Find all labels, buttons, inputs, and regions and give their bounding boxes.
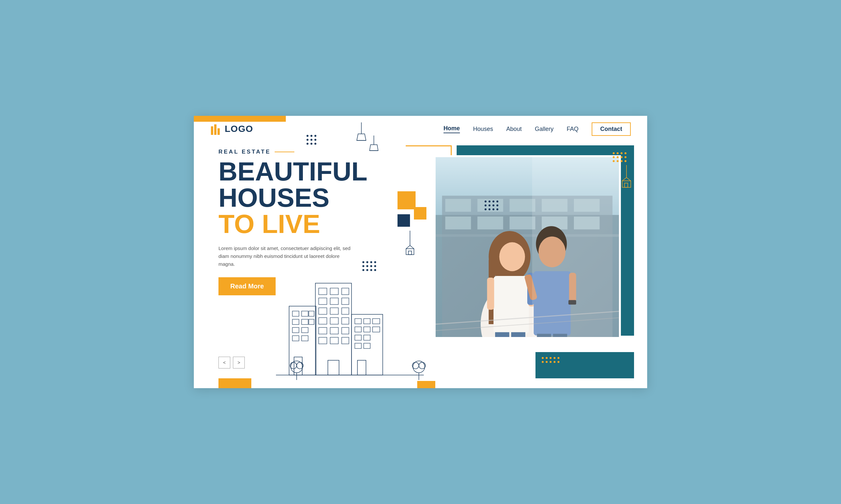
svg-rect-73 xyxy=(510,199,535,212)
svg-rect-87 xyxy=(487,277,494,310)
svg-rect-71 xyxy=(445,199,471,212)
svg-rect-37 xyxy=(302,319,308,325)
svg-rect-49 xyxy=(364,327,370,332)
headline-line-3: TO LIVE xyxy=(219,211,402,237)
svg-rect-45 xyxy=(355,319,361,324)
svg-rect-36 xyxy=(292,319,299,325)
couple-photo-frame xyxy=(434,155,621,339)
svg-rect-13 xyxy=(319,288,327,295)
svg-rect-40 xyxy=(302,327,308,333)
svg-rect-89 xyxy=(495,332,509,337)
svg-rect-33 xyxy=(292,311,299,316)
svg-rect-55 xyxy=(357,360,366,375)
nav-gallery[interactable]: Gallery xyxy=(535,126,553,132)
nav-home[interactable]: Home xyxy=(444,125,460,133)
svg-rect-17 xyxy=(330,298,338,305)
svg-rect-15 xyxy=(342,288,349,295)
svg-rect-20 xyxy=(330,308,338,314)
svg-rect-90 xyxy=(511,332,525,337)
svg-rect-14 xyxy=(330,288,338,295)
nav-houses[interactable]: Houses xyxy=(473,126,493,132)
svg-rect-18 xyxy=(342,298,349,305)
svg-rect-47 xyxy=(373,319,380,324)
svg-rect-52 xyxy=(364,335,370,340)
svg-rect-21 xyxy=(342,308,349,314)
svg-rect-54 xyxy=(364,343,370,348)
svg-rect-16 xyxy=(319,298,327,305)
headline-line-2: HOUSES xyxy=(219,185,402,211)
tree-decoration-right xyxy=(411,360,427,382)
svg-rect-76 xyxy=(445,217,471,229)
nav-faq[interactable]: FAQ xyxy=(567,126,579,132)
svg-rect-28 xyxy=(319,337,327,344)
svg-rect-42 xyxy=(302,336,308,341)
svg-rect-12 xyxy=(315,283,351,375)
svg-rect-48 xyxy=(355,327,361,332)
svg-rect-50 xyxy=(373,327,380,332)
nav-links: Home Houses About Gallery FAQ Contact xyxy=(444,122,631,136)
svg-rect-51 xyxy=(355,335,361,340)
read-more-button[interactable]: Read More xyxy=(219,277,276,295)
photo-section xyxy=(434,145,634,359)
headline-line-1: BEAUTIFUL xyxy=(219,159,402,185)
orange-square-small xyxy=(414,207,426,219)
svg-rect-41 xyxy=(292,336,299,341)
svg-rect-2 xyxy=(218,128,220,135)
svg-rect-100 xyxy=(532,157,619,337)
svg-rect-30 xyxy=(342,337,349,344)
svg-rect-105 xyxy=(624,183,628,187)
svg-rect-10 xyxy=(406,249,414,255)
orange-bottom-bar-left xyxy=(219,378,251,388)
svg-rect-39 xyxy=(292,327,299,333)
svg-rect-44 xyxy=(351,314,383,375)
svg-point-57 xyxy=(291,361,303,373)
dots-bottom-teal xyxy=(535,352,634,368)
nav-about[interactable]: About xyxy=(506,126,522,132)
svg-rect-11 xyxy=(408,251,412,255)
svg-rect-23 xyxy=(330,318,338,324)
svg-rect-38 xyxy=(309,319,314,325)
hero-headline: BEAUTIFUL HOUSES TO LIVE xyxy=(219,159,402,237)
svg-rect-22 xyxy=(319,318,327,324)
house-hang-icon xyxy=(621,165,632,196)
svg-rect-1 xyxy=(214,124,217,135)
svg-rect-24 xyxy=(342,318,349,324)
contact-button[interactable]: Contact xyxy=(591,122,631,136)
svg-rect-34 xyxy=(302,311,308,316)
prev-arrow[interactable]: < xyxy=(219,357,230,368)
hero-subtitle: REAL ESTATE xyxy=(219,149,402,155)
svg-rect-19 xyxy=(319,308,327,314)
svg-rect-78 xyxy=(510,217,535,229)
svg-rect-26 xyxy=(330,327,338,334)
navbar: LOGO Home Houses About Gallery FAQ Conta… xyxy=(194,116,647,142)
svg-rect-27 xyxy=(342,327,349,334)
svg-rect-25 xyxy=(319,327,327,334)
dots-decoration-right xyxy=(484,199,499,211)
logo-text: LOGO xyxy=(225,124,253,134)
svg-rect-77 xyxy=(477,217,503,229)
tree-decoration-left xyxy=(289,360,305,382)
svg-rect-53 xyxy=(355,343,361,348)
lamp-icon-3 xyxy=(404,231,416,265)
teal-bottom-block xyxy=(535,352,634,378)
page-wrapper: LOGO Home Houses About Gallery FAQ Conta… xyxy=(194,116,647,388)
slide-navigation: < > xyxy=(219,357,245,368)
svg-point-85 xyxy=(499,242,525,271)
logo: LOGO xyxy=(210,123,253,135)
svg-rect-29 xyxy=(330,337,338,344)
svg-rect-46 xyxy=(364,319,370,324)
logo-icon xyxy=(210,123,222,135)
next-arrow[interactable]: > xyxy=(233,357,245,368)
dots-teal-tr xyxy=(612,151,628,163)
svg-point-61 xyxy=(413,361,425,373)
svg-rect-104 xyxy=(622,181,631,187)
svg-rect-0 xyxy=(211,126,213,135)
svg-rect-35 xyxy=(309,311,314,316)
svg-rect-31 xyxy=(328,360,339,375)
